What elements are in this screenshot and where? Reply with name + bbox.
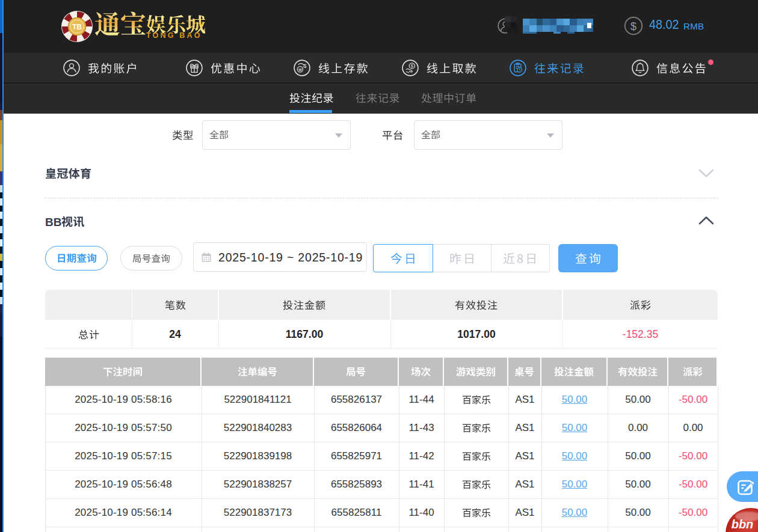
svg-text:TB: TB — [72, 23, 82, 31]
svg-text:W: W — [298, 68, 302, 72]
svg-text:$: $ — [630, 20, 636, 32]
svg-text:$: $ — [411, 63, 413, 69]
